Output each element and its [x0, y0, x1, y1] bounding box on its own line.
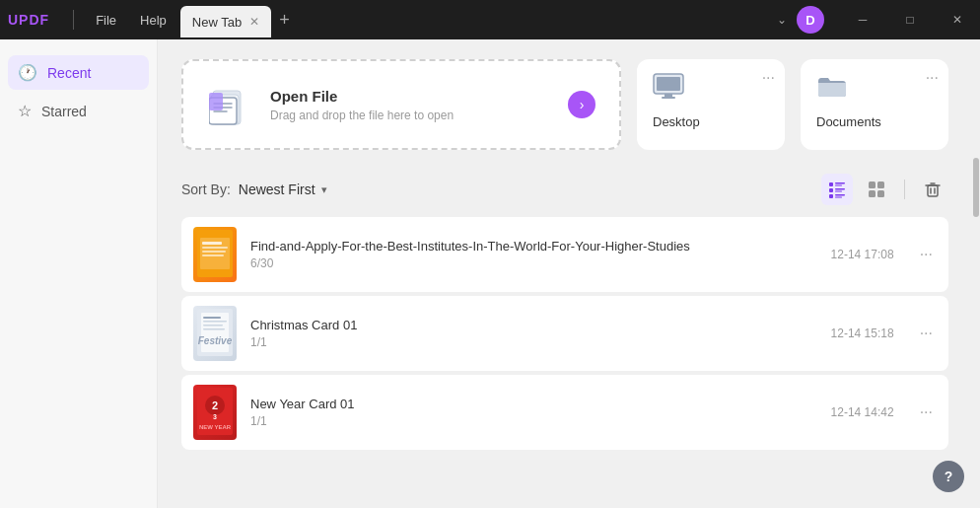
file-pages: 6/30 [250, 256, 817, 270]
help-button[interactable]: ? [933, 461, 964, 492]
sidebar-item-label-recent: Recent [47, 65, 91, 81]
svg-rect-32 [202, 242, 222, 245]
svg-rect-12 [829, 182, 833, 186]
delete-button[interactable] [917, 174, 948, 205]
sidebar: 🕐 Recent ☆ Starred [0, 39, 158, 508]
svg-rect-20 [835, 197, 842, 198]
tab-new[interactable]: New Tab ✕ [180, 6, 271, 37]
sort-bar: Sort By: Newest First ▾ [181, 174, 948, 205]
svg-rect-13 [835, 182, 845, 184]
app-logo: UPDF [8, 12, 49, 28]
open-file-icon [207, 81, 254, 128]
svg-rect-25 [928, 185, 938, 196]
star-icon: ☆ [18, 102, 32, 120]
svg-rect-18 [829, 194, 833, 198]
sort-value: Newest First [239, 181, 315, 197]
file-info: Christmas Card 01 1/1 [250, 318, 817, 349]
file-thumbnail: Festive [193, 306, 237, 361]
svg-rect-11 [662, 97, 675, 99]
menu-file[interactable]: File [86, 9, 126, 32]
svg-rect-35 [202, 254, 224, 256]
recent-icon: 🕐 [18, 63, 37, 82]
file-time: 12-14 15:18 [831, 327, 894, 340]
tabs-chevron-icon[interactable]: ⌄ [771, 9, 793, 31]
menu-help[interactable]: Help [130, 9, 176, 32]
sidebar-item-starred[interactable]: ☆ Starred [8, 94, 149, 128]
tabs-area: New Tab ✕ + [180, 2, 771, 37]
documents-card-label: Documents [816, 114, 881, 129]
svg-rect-23 [869, 190, 875, 197]
sort-divider [904, 180, 905, 199]
scrollbar-track[interactable] [972, 39, 980, 508]
desktop-card-menu-icon[interactable]: ··· [762, 69, 775, 87]
window-controls: ─ □ ✕ [840, 0, 980, 39]
svg-rect-19 [835, 194, 845, 196]
documents-card-menu-icon[interactable]: ··· [926, 69, 939, 87]
file-item[interactable]: Find-and-Apply-For-the-Best-Institutes-I… [181, 217, 948, 292]
scrollbar-thumb[interactable] [973, 158, 979, 217]
quick-card-documents[interactable]: ··· Documents [801, 59, 948, 150]
titlebar: UPDF File Help New Tab ✕ + ⌄ D ─ □ ✕ [0, 0, 980, 39]
file-menu-icon[interactable]: ··· [916, 321, 937, 346]
minimize-button[interactable]: ─ [840, 0, 885, 39]
file-name: New Year Card 01 [250, 397, 817, 411]
svg-rect-15 [829, 188, 833, 192]
svg-text:NEW YEAR: NEW YEAR [199, 424, 232, 430]
file-thumbnail [193, 227, 237, 282]
svg-rect-38 [203, 317, 221, 319]
folder-icon [816, 73, 848, 107]
svg-rect-9 [657, 77, 680, 91]
svg-rect-41 [203, 328, 225, 330]
maximize-button[interactable]: □ [887, 0, 933, 39]
desktop-card-label: Desktop [653, 114, 700, 129]
sort-chevron-icon: ▾ [321, 183, 327, 196]
svg-rect-7 [209, 93, 223, 110]
sidebar-item-recent[interactable]: 🕐 Recent [8, 55, 149, 90]
file-name: Christmas Card 01 [250, 318, 817, 332]
open-file-card[interactable]: Open File Drag and drop the file here to… [181, 59, 621, 150]
titlebar-divider [73, 10, 74, 30]
sidebar-item-label-starred: Starred [41, 104, 87, 119]
file-time: 12-14 14:42 [831, 405, 894, 419]
svg-rect-14 [835, 185, 842, 186]
main-layout: 🕐 Recent ☆ Starred [0, 39, 980, 508]
svg-rect-33 [202, 247, 228, 249]
file-item[interactable]: Festive Christmas Card 01 1/1 12-14 15:1… [181, 296, 948, 371]
svg-rect-24 [877, 190, 884, 197]
quick-card-desktop[interactable]: ··· Desktop [637, 59, 785, 150]
new-tab-button[interactable]: + [271, 10, 298, 31]
file-pages: 1/1 [250, 414, 817, 428]
svg-rect-39 [203, 321, 227, 323]
sort-controls [821, 174, 948, 205]
svg-text:Festive: Festive [198, 335, 233, 346]
open-file-section: Open File Drag and drop the file here to… [181, 59, 948, 150]
file-thumbnail: 2 3 NEW YEAR [193, 385, 237, 440]
title-controls-left: ⌄ D [771, 6, 832, 34]
grid-view-button[interactable] [861, 174, 892, 205]
open-file-arrow-button[interactable]: › [568, 91, 595, 118]
sort-by-label: Sort By: [181, 181, 231, 197]
file-name: Find-and-Apply-For-the-Best-Institutes-I… [250, 239, 817, 254]
svg-text:3: 3 [213, 413, 217, 420]
file-item[interactable]: 2 3 NEW YEAR New Year Card 01 1/1 12-14 … [181, 375, 948, 450]
open-file-subtitle: Drag and drop the file here to open [270, 109, 454, 122]
sort-select[interactable]: Newest First ▾ [239, 181, 327, 197]
svg-rect-10 [665, 94, 672, 97]
tab-close-icon[interactable]: ✕ [249, 15, 259, 29]
file-info: Find-and-Apply-For-the-Best-Institutes-I… [250, 239, 817, 270]
avatar[interactable]: D [797, 6, 824, 34]
file-menu-icon[interactable]: ··· [916, 242, 937, 267]
svg-rect-40 [203, 325, 223, 327]
list-view-button[interactable] [821, 174, 853, 205]
file-menu-icon[interactable]: ··· [916, 399, 937, 425]
svg-rect-34 [202, 251, 226, 253]
file-time: 12-14 17:08 [831, 248, 894, 261]
svg-rect-17 [835, 191, 842, 192]
close-button[interactable]: ✕ [935, 0, 980, 39]
content-area: Open File Drag and drop the file here to… [158, 39, 972, 508]
file-list: Find-and-Apply-For-the-Best-Institutes-I… [181, 217, 948, 454]
svg-rect-16 [835, 188, 845, 190]
monitor-icon [653, 73, 684, 107]
open-file-text: Open File Drag and drop the file here to… [270, 88, 454, 122]
open-file-title: Open File [270, 88, 454, 105]
